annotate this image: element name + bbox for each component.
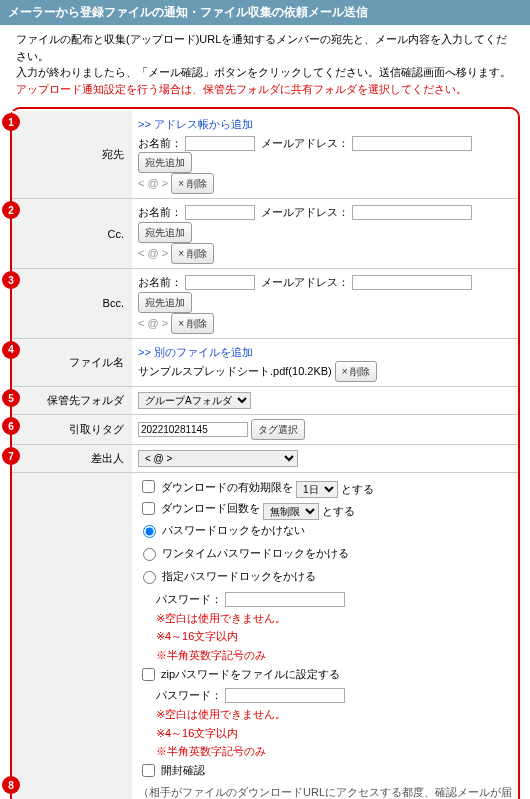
cc-email-input[interactable] [352,205,472,220]
row-folder: 5 保管先フォルダ グループAフォルダ [12,386,518,414]
intro-warning: アップロード通知設定を行う場合は、保管先フォルダに共有フォルダを選択してください… [16,81,514,98]
to-label: 宛先 [12,111,132,198]
to-add-button[interactable]: 宛先追加 [138,152,192,173]
zip-pw-label: パスワード： [156,689,222,701]
dl-count-select[interactable]: 無制限 [263,503,319,520]
to-delete-button[interactable]: × 削除 [171,173,214,194]
file-delete-button[interactable]: × 削除 [335,361,378,382]
dist-pw-otp-radio[interactable]: ワンタイムパスワードロックをかける [138,544,349,563]
dist-security-label: 配布 セキュリティ設定 [12,473,132,799]
cc-label: Cc. [12,199,132,268]
name-label: お名前： [138,137,182,149]
dl-expiry-select[interactable]: 1日 [296,481,338,498]
form-area: 1 宛先 >> アドレス帳から追加 お名前： メールアドレス： 宛先追加 < @… [10,107,520,799]
cc-name-input[interactable] [185,205,255,220]
dist-pw-none-radio[interactable]: パスワードロックをかけない [138,521,305,540]
row-cc: 2 Cc. お名前： メールアドレス： 宛先追加 < @ > × 削除 [12,198,518,268]
sender-label: 差出人 [12,445,132,472]
sender-select[interactable]: < @ > [138,450,298,467]
add-from-addressbook-link[interactable]: >> アドレス帳から追加 [138,118,253,130]
cc-delete-button[interactable]: × 削除 [171,243,214,264]
bcc-email-input[interactable] [352,275,472,290]
folder-label: 保管先フォルダ [12,387,132,414]
dist-pw-warn2: ※4～16文字以内 [156,630,238,642]
add-file-link[interactable]: >> 別のファイルを追加 [138,346,253,358]
open-confirm-note: （相手がファイルのダウンロードURLにアクセスする都度、確認メールが届きます。） [138,786,512,799]
dl-count-suffix: とする [322,505,355,517]
dist-pw-warn3: ※半角英数字記号のみ [156,649,266,661]
dl-expiry-suffix: とする [341,483,374,495]
row-filename: 4 ファイル名 >> 別のファイルを追加 サンプルスプレッドシート.pdf(10… [12,338,518,387]
row-sender: 7 差出人 < @ > [12,444,518,472]
intro-text: ファイルの配布と収集(アップロード)URLを通知するメンバーの宛先と、メール内容… [0,25,530,107]
zip-pw-warn2: ※4～16文字以内 [156,727,238,739]
bcc-add-button[interactable]: 宛先追加 [138,292,192,313]
name-label: お名前： [138,206,182,218]
page-title: メーラーから登録ファイルの通知・ファイル収集の依頼メール送信 [0,0,530,25]
bcc-name-input[interactable] [185,275,255,290]
step-1-icon: 1 [2,113,20,131]
to-email-input[interactable] [352,136,472,151]
row-security: 8 配布 セキュリティ設定 ダウンロードの有効期限を 1日 とする ダウンロード… [12,472,518,799]
intro-line-1: ファイルの配布と収集(アップロード)URLを通知するメンバーの宛先と、メール内容… [16,31,514,64]
row-to: 1 宛先 >> アドレス帳から追加 お名前： メールアドレス： 宛先追加 < @… [12,111,518,198]
dist-pw-input[interactable] [225,592,345,607]
dist-pw-label: パスワード： [156,593,222,605]
step-4-icon: 4 [2,341,20,359]
open-confirm-check[interactable]: 開封確認 [138,761,205,780]
cc-entry: < @ > [138,247,168,259]
name-label: お名前： [138,276,182,288]
intro-line-2: 入力が終わりましたら、「メール確認」ボタンをクリックしてください。送信確認画面へ… [16,64,514,81]
step-3-icon: 3 [2,271,20,289]
bcc-label: Bcc. [12,269,132,338]
folder-select[interactable]: グループAフォルダ [138,392,251,409]
dl-count-check[interactable]: ダウンロード回数を [138,499,260,518]
filename-label: ファイル名 [12,339,132,387]
tag-select-button[interactable]: タグ選択 [251,419,305,440]
cc-add-button[interactable]: 宛先追加 [138,222,192,243]
file-name: サンプルスプレッドシート.pdf(10.2KB) [138,365,332,377]
email-label: メールアドレス： [261,206,349,218]
zip-pw-warn3: ※半角英数字記号のみ [156,745,266,757]
to-name-input[interactable] [185,136,255,151]
tag-input[interactable] [138,422,248,437]
dist-pw-set-radio[interactable]: 指定パスワードロックをかける [138,567,316,586]
row-tag: 6 引取りタグ タグ選択 [12,414,518,444]
email-label: メールアドレス： [261,137,349,149]
to-entry: < @ > [138,177,168,189]
bcc-delete-button[interactable]: × 削除 [171,313,214,334]
row-bcc: 3 Bcc. お名前： メールアドレス： 宛先追加 < @ > × 削除 [12,268,518,338]
bcc-entry: < @ > [138,317,168,329]
dist-pw-warn1: ※空白は使用できません。 [156,612,286,624]
zip-pw-input[interactable] [225,688,345,703]
tag-label: 引取りタグ [12,415,132,444]
zip-pw-check[interactable]: zipパスワードをファイルに設定する [138,665,340,684]
dl-expiry-check[interactable]: ダウンロードの有効期限を [138,477,293,496]
email-label: メールアドレス： [261,276,349,288]
zip-pw-warn1: ※空白は使用できません。 [156,708,286,720]
